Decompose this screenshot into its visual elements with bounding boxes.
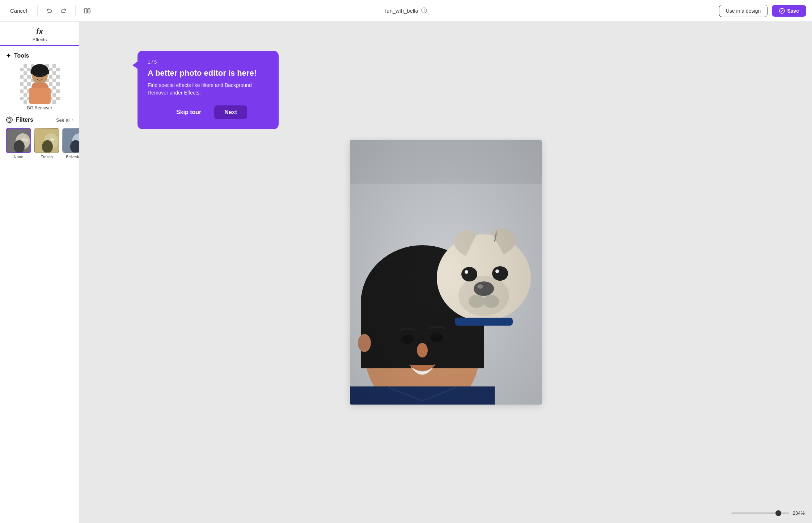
check-circle-icon bbox=[779, 8, 785, 14]
sidebar: fx Effects ✦ Tools bbox=[0, 22, 80, 523]
next-button[interactable]: Next bbox=[214, 105, 247, 119]
filter-none-thumbnail bbox=[6, 128, 31, 153]
tour-step-indicator: 1 / 5 bbox=[148, 59, 268, 65]
filter-belvedere-label: Belvedere bbox=[66, 155, 80, 159]
effects-tab[interactable]: fx Effects bbox=[0, 22, 79, 46]
filename-label: fun_wih_bella bbox=[385, 8, 418, 14]
redo-icon bbox=[60, 7, 67, 14]
tools-grid: BG Remover bbox=[6, 64, 73, 110]
svg-point-11 bbox=[9, 117, 10, 118]
tools-section-title: Tools bbox=[14, 53, 29, 59]
filter-fresco[interactable]: Fresco bbox=[34, 128, 59, 159]
svg-rect-1 bbox=[88, 9, 90, 13]
app-header: Cancel fun_wih_bella ⓘ Use in a design bbox=[0, 0, 812, 22]
header-divider-2 bbox=[75, 5, 76, 16]
svg-point-8 bbox=[42, 75, 44, 77]
bg-remover-thumbnail bbox=[20, 64, 60, 104]
photo-svg bbox=[350, 140, 542, 405]
effects-label: Effects bbox=[33, 37, 47, 42]
filter-fresco-thumbnail bbox=[34, 128, 59, 153]
info-icon[interactable]: ⓘ bbox=[421, 7, 427, 14]
redo-button[interactable] bbox=[58, 5, 69, 17]
undo-button[interactable] bbox=[43, 5, 55, 17]
bg-remover-tool[interactable]: BG Remover bbox=[6, 64, 73, 110]
svg-rect-55 bbox=[350, 140, 542, 405]
tools-section: ✦ Tools bbox=[0, 46, 79, 116]
photo-image bbox=[350, 140, 542, 405]
svg-point-7 bbox=[36, 75, 38, 77]
filters-icon bbox=[6, 116, 13, 124]
photo-canvas bbox=[350, 140, 542, 405]
filters-grid: None Fresco bbox=[6, 128, 73, 159]
sparkle-icon: ✦ bbox=[6, 52, 11, 60]
main-content: fx Effects ✦ Tools bbox=[0, 22, 812, 523]
header-left: Cancel bbox=[6, 5, 93, 17]
zoom-slider[interactable] bbox=[731, 512, 789, 514]
svg-point-20 bbox=[25, 139, 28, 142]
zoom-level-label: 234% bbox=[793, 510, 805, 516]
svg-rect-0 bbox=[84, 9, 87, 13]
svg-point-13 bbox=[6, 120, 7, 121]
undo-icon bbox=[46, 7, 53, 14]
compare-icon bbox=[84, 7, 91, 14]
tools-section-header: ✦ Tools bbox=[6, 52, 73, 60]
tour-popover: 1 / 5 A better photo editor is here! Fin… bbox=[138, 51, 279, 129]
header-center: fun_wih_bella ⓘ bbox=[385, 7, 427, 14]
tour-description: Find special effects like filters and Ba… bbox=[148, 81, 268, 97]
tour-actions: Skip tour Next bbox=[148, 105, 268, 119]
filters-title: Filters bbox=[6, 116, 33, 124]
filter-fresco-label: Fresco bbox=[41, 155, 53, 159]
filter-none-label: None bbox=[14, 155, 23, 159]
filters-section: Filters See all › bbox=[0, 116, 79, 165]
use-in-design-button[interactable]: Use in a design bbox=[719, 5, 768, 17]
filter-fresco-preview bbox=[35, 129, 59, 153]
person-with-bg-removed bbox=[22, 64, 58, 104]
filters-header: Filters See all › bbox=[6, 116, 73, 124]
filter-none-preview bbox=[7, 129, 31, 153]
svg-point-9 bbox=[7, 117, 12, 123]
skip-tour-button[interactable]: Skip tour bbox=[169, 105, 208, 119]
tour-title: A better photo editor is here! bbox=[148, 68, 268, 78]
see-all-label: See all bbox=[56, 117, 71, 123]
filter-belvedere-preview bbox=[63, 129, 80, 153]
header-divider bbox=[37, 5, 38, 16]
svg-point-10 bbox=[8, 118, 11, 121]
svg-point-24 bbox=[42, 140, 53, 153]
save-button[interactable]: Save bbox=[772, 5, 806, 17]
see-all-link[interactable]: See all › bbox=[56, 117, 73, 123]
chevron-right-icon: › bbox=[72, 117, 73, 123]
filter-belvedere-thumbnail bbox=[62, 128, 80, 153]
filter-belvedere[interactable]: Belvedere bbox=[62, 128, 80, 159]
compare-button[interactable] bbox=[81, 5, 93, 17]
svg-point-12 bbox=[9, 122, 10, 124]
fx-icon: fx bbox=[36, 27, 43, 36]
cancel-button[interactable]: Cancel bbox=[6, 5, 31, 17]
svg-point-25 bbox=[50, 138, 54, 141]
canvas-area: 1 / 5 A better photo editor is here! Fin… bbox=[80, 22, 812, 523]
svg-point-14 bbox=[12, 120, 13, 121]
bg-remover-label: BG Remover bbox=[27, 105, 52, 110]
save-label: Save bbox=[787, 8, 799, 14]
svg-point-18 bbox=[14, 140, 25, 153]
header-right: Use in a design Save bbox=[719, 5, 806, 17]
zoom-bar: 234% bbox=[731, 510, 805, 516]
svg-rect-6 bbox=[29, 88, 51, 104]
filter-none[interactable]: None bbox=[6, 128, 31, 159]
